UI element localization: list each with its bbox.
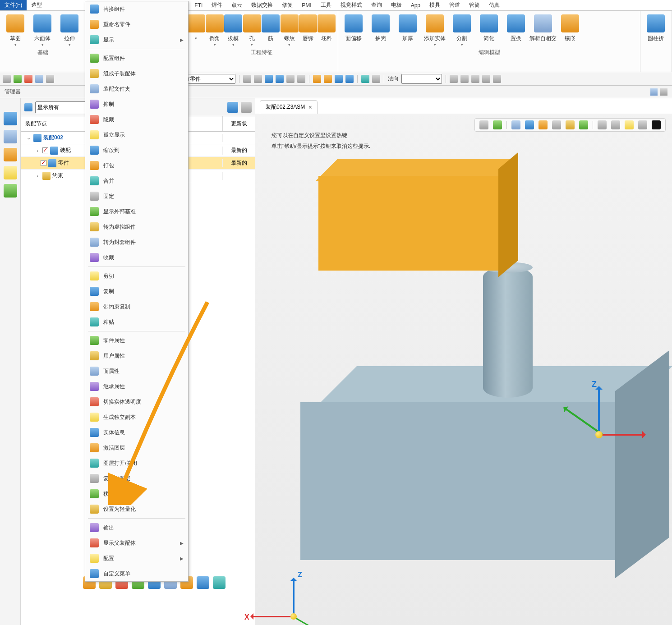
ctx-item-34[interactable]: 移动到图层	[85, 486, 188, 501]
ctx-item-31[interactable]: 激活图层	[85, 440, 188, 455]
menu-repair[interactable]: 修复	[277, 0, 297, 10]
checkbox[interactable]	[42, 147, 48, 153]
manager-view1-icon[interactable]	[650, 88, 658, 96]
menu-visualstyle[interactable]: 视觉样式	[336, 0, 367, 10]
strip-user-icon[interactable]	[4, 184, 17, 198]
direction-select[interactable]	[401, 74, 442, 84]
ctx-item-27[interactable]: 继承属性	[85, 379, 188, 394]
q3-icon[interactable]	[265, 75, 273, 83]
ctx-item-10[interactable]: 缩放到	[85, 142, 188, 158]
manager-close-icon[interactable]	[660, 88, 667, 96]
scope-icon[interactable]	[46, 75, 54, 83]
q7-icon[interactable]	[313, 75, 321, 83]
q12-icon[interactable]	[372, 75, 380, 83]
ctx-item-14[interactable]: 显示外部基准	[85, 204, 188, 219]
ctx-item-22[interactable]: 粘贴	[85, 314, 188, 330]
menu-pipe[interactable]: 管道	[445, 0, 465, 10]
add-icon[interactable]	[14, 75, 22, 83]
rbtn-split[interactable]: 分割▾	[448, 13, 475, 47]
q5-icon[interactable]	[286, 75, 295, 83]
rbtn-chamfer[interactable]: 倒角▾	[205, 13, 224, 47]
ctx-item-15[interactable]: 转为虚拟组件	[85, 219, 188, 234]
menu-weldment[interactable]: 焊件	[207, 0, 227, 10]
rbtn-thicken[interactable]: 加厚	[394, 13, 421, 47]
vtb-ball-icon[interactable]	[579, 120, 588, 129]
select-rect-icon[interactable]	[35, 75, 43, 83]
menu-simulation[interactable]: 仿真	[484, 0, 504, 10]
vtb-pencil-icon[interactable]	[511, 120, 520, 129]
q8-icon[interactable]	[324, 75, 332, 83]
rbtn-rib[interactable]: 筋	[262, 13, 280, 47]
q2-icon[interactable]	[254, 75, 262, 83]
panel-top-icon[interactable]	[24, 103, 32, 111]
foot-icon-9[interactable]	[213, 576, 226, 589]
document-tab[interactable]: 装配002.Z3ASM ×	[260, 100, 318, 114]
rbtn-cylfold[interactable]: 圆柱折	[642, 13, 669, 41]
cur-icon[interactable]	[450, 75, 458, 83]
ctx-item-28[interactable]: 切换实体透明度	[85, 394, 188, 409]
strip-part-icon[interactable]	[4, 148, 17, 161]
q1-icon[interactable]	[243, 75, 251, 83]
menu-app[interactable]: App	[406, 0, 425, 10]
vtb-solid-icon[interactable]	[539, 120, 548, 129]
record-icon[interactable]	[471, 75, 479, 83]
menu-query[interactable]: 查询	[367, 0, 387, 10]
menu-pointcloud[interactable]: 点云	[227, 0, 247, 10]
sort-icon[interactable]	[241, 102, 252, 113]
rbtn-f1[interactable]: ▾	[187, 13, 205, 47]
ctx-item-17[interactable]: 收藏	[85, 250, 188, 265]
ctx-item-33[interactable]: 复制到图层	[85, 471, 188, 486]
ctx-item-8[interactable]: 隐藏	[85, 112, 188, 127]
vtb-iso-icon[interactable]	[566, 120, 575, 129]
ctx-item-21[interactable]: 带约束复制	[85, 299, 188, 314]
rbtn-shell[interactable]: 抽壳	[367, 13, 394, 47]
chevron-right-icon[interactable]: ›	[34, 148, 41, 153]
ctx-item-16[interactable]: 转为封套组件	[85, 234, 188, 250]
rbtn-hole[interactable]: 孔▾	[243, 13, 261, 47]
q9-icon[interactable]	[335, 75, 343, 83]
menu-tools[interactable]: 工具	[316, 0, 336, 10]
ctx-item-20[interactable]: 复制	[85, 284, 188, 299]
vtb-cube-icon[interactable]	[493, 120, 502, 129]
rbtn-offset[interactable]: 面偏移	[340, 13, 367, 47]
ctx-item-1[interactable]: 重命名零件	[85, 17, 188, 32]
model-cylinder[interactable]	[483, 267, 533, 398]
vtb-color-icon[interactable]	[652, 120, 661, 129]
vtb-more-icon[interactable]	[611, 120, 620, 129]
rbtn-thread[interactable]: 螺纹▾	[280, 13, 299, 47]
viewport[interactable]: 您可以在自定义设置里设置热键 单击"帮助/显示提示"按钮来取消这些提示. Z Z…	[255, 114, 672, 625]
strip-tree-icon[interactable]	[4, 130, 17, 143]
close-icon[interactable]: ×	[308, 104, 312, 110]
chevron-right-icon[interactable]: ›	[34, 173, 41, 179]
pointer-icon[interactable]	[3, 75, 11, 83]
vtb-box-icon[interactable]	[525, 120, 534, 129]
play-icon[interactable]	[460, 75, 469, 83]
menu-file[interactable]: 文件(F)	[0, 0, 27, 10]
rbtn-replace[interactable]: 置换	[502, 13, 529, 47]
q6-icon[interactable]	[297, 75, 305, 83]
q11-icon[interactable]	[361, 75, 369, 83]
menu-modeling[interactable]: 造型	[27, 0, 46, 10]
vtb-grid-icon[interactable]	[638, 120, 647, 129]
ctx-item-26[interactable]: 面属性	[85, 363, 188, 379]
strip-box-icon[interactable]	[4, 112, 17, 125]
ctx-item-5[interactable]: 组成子装配体	[85, 66, 188, 81]
ctx-item-29[interactable]: 生成独立副本	[85, 409, 188, 425]
rbtn-extrude[interactable]: 拉伸▾	[56, 13, 83, 47]
ctx-item-4[interactable]: 配置组件	[85, 51, 188, 66]
rbtn-cube[interactable]: 六面体▾	[29, 13, 56, 47]
menu-fti[interactable]: FTI	[190, 0, 207, 10]
ctx-item-11[interactable]: 打包	[85, 158, 188, 173]
ctx-item-9[interactable]: 孤立显示	[85, 127, 188, 142]
menu-pmi[interactable]: PMI	[297, 0, 316, 10]
menu-dataexchange[interactable]: 数据交换	[247, 0, 277, 10]
vtb-back-icon[interactable]	[479, 120, 488, 129]
ctx-item-30[interactable]: 实体信息	[85, 425, 188, 440]
chevron-down-icon[interactable]: ⌄	[25, 135, 32, 141]
q10-icon[interactable]	[345, 75, 354, 83]
ctx-item-0[interactable]: 替换组件	[85, 1, 188, 17]
ctx-item-24[interactable]: 零件属性	[85, 333, 188, 348]
circleplay-icon[interactable]	[493, 75, 501, 83]
filter-icon[interactable]	[227, 102, 238, 113]
model-top-block[interactable]	[318, 159, 503, 271]
